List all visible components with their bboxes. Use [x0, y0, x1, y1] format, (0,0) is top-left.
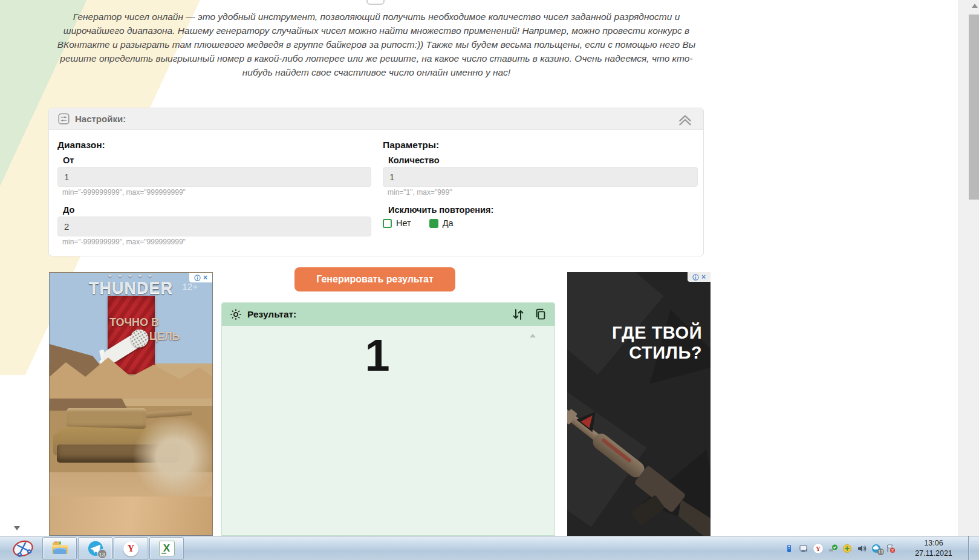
copy-icon[interactable]	[534, 308, 547, 321]
network-monitor-icon[interactable]	[798, 543, 809, 554]
taskbar-clock[interactable]: 13:06 27.11.2021	[900, 538, 968, 559]
scissors-icon	[12, 539, 34, 558]
from-hint: min="-999999999", max="999999999"	[62, 188, 186, 197]
scrollbar-thumb[interactable]	[969, 15, 979, 200]
taskbar-snipping-tool-button[interactable]	[7, 538, 39, 559]
folder-explorer-icon	[51, 541, 69, 556]
action-center-flag-icon[interactable]	[885, 543, 896, 554]
sort-arrows-icon[interactable]	[511, 307, 525, 322]
scrollbar-down-icon[interactable]	[14, 526, 20, 530]
generate-button[interactable]: Генерировать результат	[294, 267, 455, 291]
desktop-screen: Генератор чисел онлайн — это удобный инс…	[0, 0, 979, 560]
antivirus-icon[interactable]	[842, 543, 853, 554]
option-yes-label: Да	[443, 218, 454, 228]
to-hint: min="-999999999", max="999999999"	[62, 238, 186, 246]
from-label: От	[63, 155, 74, 165]
ad-age-rating: 12+	[183, 281, 198, 291]
repeat-title: Исключить повторения:	[388, 205, 493, 215]
adchoices-info-icon[interactable]	[194, 275, 201, 281]
intro-text: Генератор чисел онлайн — это удобный инс…	[54, 10, 698, 79]
yandex-icon[interactable]: Y	[813, 543, 824, 554]
ad-controls-left: ×	[189, 273, 212, 282]
count-input[interactable]: 1	[383, 167, 698, 187]
settings-title: Настройки:	[75, 114, 126, 124]
ad-close-icon[interactable]: ×	[701, 273, 706, 281]
to-label: До	[63, 205, 74, 215]
count-hint: min="1", max="999"	[388, 188, 452, 197]
taskbar: 13 Y X Y	[0, 536, 979, 560]
option-yes[interactable]: Да	[429, 218, 454, 228]
option-no-label: Нет	[396, 218, 411, 228]
result-title: Результат:	[247, 309, 296, 320]
params-section-title: Параметры:	[383, 140, 439, 151]
ad-headline-line1: ГДЕ ТВОЙ	[612, 323, 702, 343]
ad-banner-left[interactable]: ★ ★ ★ ★ ★ THUNDER 12+ × ТОЧНО В ЦЕЛЬ	[49, 272, 213, 536]
repeat-options: Нет Да	[383, 218, 454, 228]
checkbox-yes[interactable]	[429, 219, 438, 228]
safely-remove-icon[interactable]	[827, 543, 838, 554]
range-section-title: Диапазон:	[57, 140, 105, 151]
system-tray: Y 13	[784, 536, 896, 560]
taskbar-explorer-button[interactable]	[42, 537, 77, 560]
option-no[interactable]: Нет	[383, 218, 411, 228]
to-input[interactable]: 2	[57, 217, 371, 236]
ad-headline-line2: СТИЛЬ?	[629, 343, 702, 363]
ad-stars: ★ ★ ★ ★ ★	[50, 273, 212, 279]
speaker-icon[interactable]	[856, 543, 867, 554]
cloud-badge: 13	[877, 549, 884, 555]
usb-stick-icon[interactable]	[784, 543, 795, 554]
ad-controls-right: ×	[688, 272, 711, 282]
checkbox-no[interactable]	[383, 219, 392, 228]
result-panel: Результат: 1	[221, 302, 555, 536]
chevrons-up-icon	[677, 113, 694, 126]
collapse-settings-button[interactable]	[677, 113, 694, 126]
result-header: Результат:	[222, 303, 555, 326]
ad-close-icon[interactable]: ×	[203, 274, 207, 281]
result-textarea[interactable]: 1	[222, 326, 555, 535]
cloud-icon[interactable]: 13	[871, 543, 882, 554]
ad-road-graphic	[50, 497, 212, 535]
ad-banner-right[interactable]: × ГДЕ ТВОЙ СТИЛЬ?	[567, 272, 711, 536]
clock-time: 13:06	[900, 538, 968, 549]
result-value: 1	[222, 330, 555, 381]
excel-icon: X	[159, 541, 175, 556]
settings-panel-header: Настройки:	[49, 108, 703, 130]
count-label: Количество	[388, 155, 440, 165]
from-input[interactable]: 1	[57, 167, 371, 187]
cutoff-header-icon	[366, 0, 385, 5]
settings-panel: Настройки: Диапазон: От 1 min="-99999999…	[48, 108, 704, 256]
gear-icon	[229, 308, 242, 321]
taskbar-telegram-button[interactable]: 13	[78, 537, 112, 560]
page-scrollbar[interactable]	[958, 0, 979, 536]
adchoices-info-icon[interactable]	[692, 274, 699, 281]
show-desktop-button[interactable]	[968, 536, 979, 560]
taskbar-yandex-button[interactable]: Y	[114, 537, 148, 560]
yandex-browser-icon: Y	[123, 541, 138, 556]
telegram-badge: 13	[97, 549, 107, 559]
textarea-scroll-up-icon[interactable]	[530, 334, 536, 337]
tank-graphic	[53, 400, 198, 484]
clock-date: 27.11.2021	[900, 549, 968, 559]
taskbar-excel-button[interactable]: X	[149, 537, 184, 560]
scrollbar-up-icon[interactable]	[972, 4, 978, 8]
sliders-icon	[57, 112, 70, 125]
